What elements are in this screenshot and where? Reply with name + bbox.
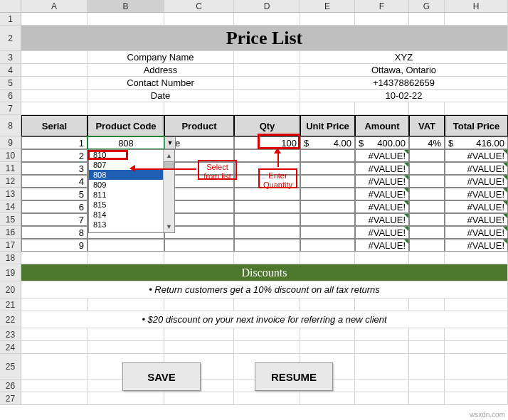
cell-unit-price[interactable] bbox=[300, 239, 355, 252]
rowhead-16[interactable]: 16 bbox=[0, 226, 21, 239]
rowhead-13[interactable]: 13 bbox=[0, 188, 21, 200]
rowhead-27[interactable]: 27 bbox=[0, 392, 21, 405]
rowhead-12[interactable]: 12 bbox=[0, 175, 21, 188]
cell-amount[interactable]: #VALUE! bbox=[355, 226, 409, 239]
cell-vat[interactable]: 4% bbox=[409, 136, 445, 149]
cell-serial[interactable]: 2 bbox=[21, 149, 88, 162]
select-all-corner[interactable] bbox=[0, 0, 21, 12]
rowhead-23[interactable]: 23 bbox=[0, 328, 21, 341]
cell-product[interactable] bbox=[164, 239, 234, 252]
colhead-C[interactable]: C bbox=[164, 0, 234, 12]
cell-amount[interactable]: $400.00 bbox=[355, 136, 409, 149]
rowhead-20[interactable]: 20 bbox=[0, 281, 21, 298]
cell-total[interactable]: #VALUE! bbox=[445, 149, 508, 162]
cell-vat[interactable] bbox=[409, 200, 445, 213]
resume-button[interactable]: RESUME bbox=[255, 362, 333, 391]
cell-qty[interactable] bbox=[234, 226, 300, 239]
cell-unit-price[interactable] bbox=[300, 213, 355, 226]
dropdown-option[interactable]: 813 bbox=[89, 220, 174, 230]
rowhead-14[interactable]: 14 bbox=[0, 200, 21, 213]
cell-unit-price[interactable] bbox=[300, 226, 355, 239]
colhead-A[interactable]: A bbox=[21, 0, 88, 12]
cell-serial[interactable]: 5 bbox=[21, 188, 88, 200]
dropdown-list[interactable]: 810 807 808 809 811 815 814 813 ▲ ▼ bbox=[88, 149, 175, 233]
cell-serial[interactable]: 7 bbox=[21, 213, 88, 226]
rowhead-7[interactable]: 7 bbox=[0, 102, 21, 115]
cell-vat[interactable] bbox=[409, 213, 445, 226]
cell-vat[interactable] bbox=[409, 188, 445, 200]
rowhead-26[interactable]: 26 bbox=[0, 379, 21, 392]
dropdown-option[interactable]: 811 bbox=[89, 190, 174, 200]
rowhead-25[interactable]: 25 bbox=[0, 354, 21, 379]
arrow-down-icon[interactable]: ▼ bbox=[164, 221, 174, 232]
cell-unit-price[interactable] bbox=[300, 149, 355, 162]
grid[interactable]: Price List Company NameXYZ AddressOttawa… bbox=[21, 13, 508, 405]
cell-total[interactable]: $416.00 bbox=[445, 136, 508, 149]
cell-qty[interactable] bbox=[234, 213, 300, 226]
rowhead-11[interactable]: 11 bbox=[0, 162, 21, 175]
dropdown-button[interactable]: ▼ bbox=[164, 136, 176, 149]
cell-unit-price[interactable] bbox=[300, 175, 355, 188]
rowhead-21[interactable]: 21 bbox=[0, 298, 21, 311]
cell-serial[interactable]: 8 bbox=[21, 226, 88, 239]
rowhead-9[interactable]: 9 bbox=[0, 136, 21, 149]
cell-unit-price[interactable] bbox=[300, 188, 355, 200]
colhead-F[interactable]: F bbox=[355, 0, 409, 12]
cell-unit-price[interactable]: $4.00 bbox=[300, 136, 355, 149]
cell-code[interactable] bbox=[88, 239, 164, 252]
dropdown-option[interactable]: 809 bbox=[89, 180, 174, 190]
colhead-H[interactable]: H bbox=[445, 0, 508, 12]
colhead-B[interactable]: B bbox=[88, 0, 164, 12]
table-row[interactable]: 9#VALUE!#VALUE! bbox=[21, 239, 508, 252]
cell-amount[interactable]: #VALUE! bbox=[355, 239, 409, 252]
cell-unit-price[interactable] bbox=[300, 162, 355, 175]
cell-serial[interactable]: 6 bbox=[21, 200, 88, 213]
rowhead-19[interactable]: 19 bbox=[0, 264, 21, 281]
colhead-D[interactable]: D bbox=[234, 0, 300, 12]
cell-amount[interactable]: #VALUE! bbox=[355, 200, 409, 213]
cell-unit-price[interactable] bbox=[300, 200, 355, 213]
rowhead-8[interactable]: 8 bbox=[0, 115, 21, 136]
cell-total[interactable]: #VALUE! bbox=[445, 213, 508, 226]
colhead-E[interactable]: E bbox=[300, 0, 355, 12]
rowhead-24[interactable]: 24 bbox=[0, 341, 21, 354]
rowhead-18[interactable]: 18 bbox=[0, 252, 21, 264]
cell-vat[interactable] bbox=[409, 239, 445, 252]
cell-code[interactable]: 808 bbox=[88, 136, 164, 149]
cell-serial[interactable]: 9 bbox=[21, 239, 88, 252]
cell-qty[interactable] bbox=[234, 200, 300, 213]
cell-total[interactable]: #VALUE! bbox=[445, 239, 508, 252]
cell-serial[interactable]: 3 bbox=[21, 162, 88, 175]
rowhead-2[interactable]: 2 bbox=[0, 26, 21, 51]
rowhead-6[interactable]: 6 bbox=[0, 90, 21, 102]
cell-qty[interactable] bbox=[234, 239, 300, 252]
cell-vat[interactable] bbox=[409, 175, 445, 188]
dropdown-option[interactable]: 815 bbox=[89, 200, 174, 210]
cell-amount[interactable]: #VALUE! bbox=[355, 175, 409, 188]
cell-amount[interactable]: #VALUE! bbox=[355, 149, 409, 162]
cell-serial[interactable]: 4 bbox=[21, 175, 88, 188]
rowhead-1[interactable]: 1 bbox=[0, 13, 21, 26]
cell-total[interactable]: #VALUE! bbox=[445, 188, 508, 200]
colhead-G[interactable]: G bbox=[409, 0, 445, 12]
cell-vat[interactable] bbox=[409, 162, 445, 175]
cell-serial[interactable]: 1 bbox=[21, 136, 88, 149]
rowhead-15[interactable]: 15 bbox=[0, 213, 21, 226]
cell-total[interactable]: #VALUE! bbox=[445, 175, 508, 188]
dropdown-option[interactable]: 814 bbox=[89, 210, 174, 220]
rowhead-4[interactable]: 4 bbox=[0, 64, 21, 77]
rowhead-22[interactable]: 22 bbox=[0, 311, 21, 328]
save-button[interactable]: SAVE bbox=[122, 362, 201, 391]
rowhead-3[interactable]: 3 bbox=[0, 51, 21, 64]
rowhead-10[interactable]: 10 bbox=[0, 149, 21, 162]
cell-qty[interactable] bbox=[234, 149, 300, 162]
cell-vat[interactable] bbox=[409, 226, 445, 239]
rowhead-17[interactable]: 17 bbox=[0, 239, 21, 252]
cell-amount[interactable]: #VALUE! bbox=[355, 213, 409, 226]
cell-vat[interactable] bbox=[409, 149, 445, 162]
cell-total[interactable]: #VALUE! bbox=[445, 226, 508, 239]
rowhead-5[interactable]: 5 bbox=[0, 77, 21, 90]
cell-amount[interactable]: #VALUE! bbox=[355, 162, 409, 175]
cell-amount[interactable]: #VALUE! bbox=[355, 188, 409, 200]
cell-total[interactable]: #VALUE! bbox=[445, 200, 508, 213]
